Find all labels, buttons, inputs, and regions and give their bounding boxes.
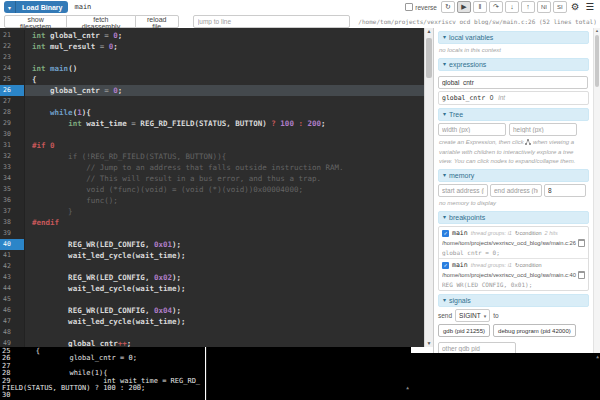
step-out-button[interactable]: ↑ — [521, 1, 535, 13]
gdbgui-console-terminal[interactable]: ▲ ▲ The program stopped because it recei… — [206, 347, 411, 400]
section-header-local-variables[interactable]: ▾ local variables — [438, 31, 589, 44]
step-into-button[interactable]: ↓ — [505, 1, 519, 13]
line-number-33[interactable]: 33 — [0, 162, 25, 173]
console-scroll-arrows[interactable]: ▲ ▲ — [404, 347, 411, 400]
sidebar-scrollbar-thumb[interactable] — [595, 35, 599, 87]
memory-end-address-input[interactable] — [490, 184, 542, 197]
program-output-terminal[interactable]: ▲ Program output -- Programs being debug… — [411, 353, 600, 400]
line-number-22[interactable]: 22 — [0, 41, 25, 52]
file-lines-total: (52 lines total) — [539, 18, 596, 25]
line-number-27[interactable]: 27 — [0, 96, 25, 107]
line-number-23[interactable]: 23 — [0, 52, 25, 63]
file-button-group: show filesystemfetch disassemblyreload f… — [4, 15, 179, 28]
memory-bytes-per-line-input[interactable] — [544, 184, 586, 197]
binary-path-input[interactable] — [72, 2, 206, 13]
code-line-26: 26 global_cntr = 0; — [0, 85, 424, 96]
line-number-25[interactable]: 25 — [0, 74, 25, 85]
scroll-up-icon[interactable]: ▲ — [404, 385, 411, 391]
line-number-30[interactable]: 30 — [0, 129, 25, 140]
line-number-29[interactable]: 29 — [0, 118, 25, 129]
editor-scrollbar-thumb[interactable] — [426, 38, 432, 78]
code-line-41: 41 wait_led_cycle(wait_time); — [0, 250, 424, 261]
expression-result-row[interactable]: global_cntr 0 int — [438, 91, 589, 105]
line-number-32[interactable]: 32 — [0, 151, 25, 162]
line-number-40[interactable]: 40 — [0, 239, 25, 250]
line-number-21[interactable]: 21 — [0, 30, 25, 41]
breakpoint-enabled-checkbox[interactable]: ✓ — [442, 230, 449, 237]
sidebar-scrollbar[interactable]: ▲ — [593, 28, 600, 353]
breakpoint-thread-groups: thread groups: i1 — [471, 230, 512, 236]
section-header-signals[interactable]: ▾ signals — [438, 294, 589, 307]
delete-breakpoint-icon[interactable] — [578, 271, 585, 279]
next-instruction-button[interactable]: NI — [537, 1, 551, 13]
reload-file-button[interactable]: reload file — [135, 15, 179, 28]
line-number-43[interactable]: 43 — [0, 272, 25, 283]
terminal-line: FIELD(STATUS, BUTTON) ? 100 : 200; — [2, 385, 203, 392]
breakpoint-entry-2: ✓mainthread groups: i1↻condition/home/to… — [439, 258, 588, 290]
scroll-up-icon[interactable]: ▲ — [425, 28, 433, 35]
tree-width-input[interactable] — [438, 123, 506, 136]
continue-button[interactable]: ▶ — [457, 1, 471, 13]
line-number-34[interactable]: 34 — [0, 173, 25, 184]
gdb-terminal[interactable]: 25 {26 global_cntr = 0;2728 while(1){29 … — [0, 347, 205, 400]
scroll-down-icon[interactable]: ▼ — [425, 340, 433, 347]
send-signal-debug-program-button[interactable]: debug program (pid 42000) — [493, 324, 576, 337]
section-header-expressions[interactable]: ▾ expressions — [438, 58, 589, 71]
pause-button[interactable]: ‖ — [473, 1, 487, 13]
line-number-42[interactable]: 42 — [0, 261, 25, 272]
menu-button[interactable]: ☰ — [583, 1, 596, 13]
section-header-memory[interactable]: ▾ memory — [438, 169, 589, 182]
line-number-28[interactable]: 28 — [0, 107, 25, 118]
code-text: #if 0 — [25, 140, 424, 151]
line-number-36[interactable]: 36 — [0, 195, 25, 206]
tree-height-input[interactable] — [509, 123, 577, 136]
fetch-disassembly-button[interactable]: fetch disassembly — [66, 15, 135, 28]
line-number-35[interactable]: 35 — [0, 184, 25, 195]
line-number-44[interactable]: 44 — [0, 283, 25, 294]
reverse-checkbox[interactable] — [405, 3, 413, 11]
memory-start-address-input[interactable] — [438, 184, 488, 197]
line-number-31[interactable]: 31 — [0, 140, 25, 151]
show-filesystem-button[interactable]: show filesystem — [4, 15, 67, 28]
code-line-30: 30 — [0, 129, 424, 140]
scroll-up-icon[interactable]: ▲ — [594, 28, 600, 34]
line-number-39[interactable]: 39 — [0, 228, 25, 239]
line-number-26[interactable]: 26 — [0, 85, 25, 96]
step-over-button[interactable]: ↷ — [489, 1, 503, 13]
line-number-46[interactable]: 46 — [0, 305, 25, 316]
step-instruction-button[interactable]: SI — [553, 1, 567, 13]
line-number-45[interactable]: 45 — [0, 294, 25, 305]
line-number-37[interactable]: 37 — [0, 206, 25, 217]
run-restart-button[interactable]: ↻ — [441, 1, 455, 13]
code-line-36: 36 func(); — [0, 195, 424, 206]
code-line-45: 45 — [0, 294, 424, 305]
chevron-down-icon[interactable]: ▾ — [4, 1, 16, 13]
code-line-40: 40 REG_WR(LED_CONFIG, 0x01); — [0, 239, 424, 250]
expression-value: 0 — [490, 94, 494, 101]
breakpoint-enabled-checkbox[interactable]: ✓ — [442, 262, 449, 269]
breakpoint-code-preview: REG_WR(LED_CONFIG, 0x01); — [442, 281, 585, 288]
delete-breakpoint-icon[interactable] — [578, 239, 585, 247]
line-number-24[interactable]: 24 — [0, 63, 25, 74]
settings-button[interactable]: ⚙ — [569, 1, 582, 13]
breakpoint-condition-button[interactable]: ↻condition — [515, 262, 542, 268]
other-gdb-pid-input[interactable] — [438, 342, 516, 353]
code-text: int wait_time = REG_RD_FIELD(STATUS, BUT… — [25, 118, 424, 129]
load-binary-button[interactable]: ▾ Load Binary — [4, 1, 68, 13]
line-number-41[interactable]: 41 — [0, 250, 25, 261]
jump-to-line-input[interactable] — [193, 15, 351, 28]
line-number-49[interactable]: 49 — [0, 338, 25, 347]
editor-scrollbar[interactable]: ▲ ▼ — [424, 28, 433, 347]
source-editor[interactable]: 21int global_cntr = 0;22int mul_result =… — [0, 28, 433, 347]
line-number-38[interactable]: 38 — [0, 217, 25, 228]
scroll-up-icon[interactable]: ▲ — [596, 354, 599, 359]
section-header-tree[interactable]: ▾ Tree — [438, 108, 589, 121]
section-header-breakpoints[interactable]: ▾ breakpoints — [438, 211, 589, 224]
breakpoint-condition-button[interactable]: ↻condition — [515, 230, 542, 236]
signal-select[interactable]: SIGINT ▾ — [455, 309, 490, 322]
expression-input[interactable] — [438, 76, 588, 89]
send-signal-gdb-button[interactable]: gdb (pid 21255) — [438, 324, 490, 337]
line-number-48[interactable]: 48 — [0, 327, 25, 338]
code-line-37: 37 } — [0, 206, 424, 217]
line-number-47[interactable]: 47 — [0, 316, 25, 327]
